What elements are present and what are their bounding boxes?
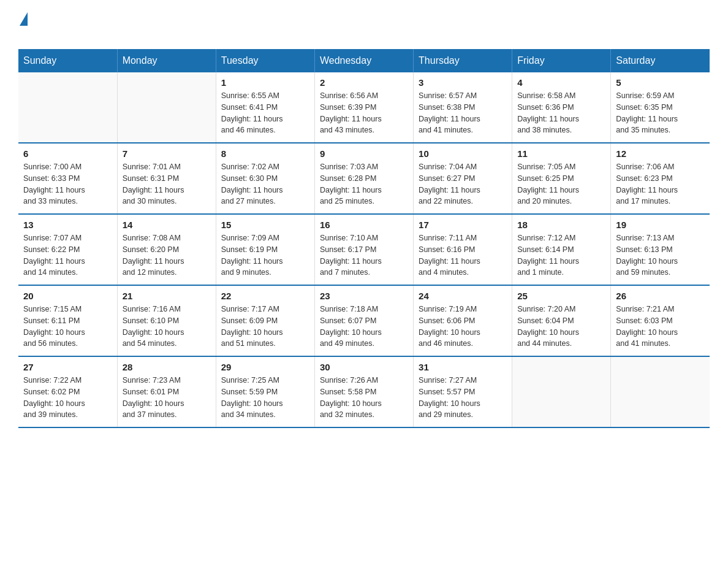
day-info: Sunrise: 7:27 AM Sunset: 5:57 PM Dayligh… — [419, 375, 507, 421]
day-info: Sunrise: 7:17 AM Sunset: 6:09 PM Dayligh… — [221, 304, 309, 350]
day-number: 24 — [419, 291, 507, 301]
calendar-cell — [512, 356, 611, 427]
day-number: 26 — [616, 291, 705, 301]
calendar-cell: 20Sunrise: 7:15 AM Sunset: 6:11 PM Dayli… — [18, 285, 117, 356]
day-info: Sunrise: 7:04 AM Sunset: 6:27 PM Dayligh… — [419, 161, 507, 207]
day-info: Sunrise: 7:11 AM Sunset: 6:16 PM Dayligh… — [419, 232, 507, 278]
calendar-week-row: 13Sunrise: 7:07 AM Sunset: 6:22 PM Dayli… — [18, 214, 710, 285]
day-info: Sunrise: 7:20 AM Sunset: 6:04 PM Dayligh… — [517, 304, 605, 350]
day-number: 15 — [221, 220, 309, 230]
calendar-cell: 3Sunrise: 6:57 AM Sunset: 6:38 PM Daylig… — [414, 72, 512, 143]
day-number: 14 — [123, 220, 211, 230]
day-info: Sunrise: 7:01 AM Sunset: 6:31 PM Dayligh… — [123, 161, 211, 207]
day-info: Sunrise: 7:06 AM Sunset: 6:23 PM Dayligh… — [616, 161, 705, 207]
calendar-week-row: 27Sunrise: 7:22 AM Sunset: 6:02 PM Dayli… — [18, 356, 710, 427]
day-info: Sunrise: 7:21 AM Sunset: 6:03 PM Dayligh… — [616, 304, 705, 350]
day-info: Sunrise: 7:02 AM Sunset: 6:30 PM Dayligh… — [221, 161, 309, 207]
calendar-cell: 24Sunrise: 7:19 AM Sunset: 6:06 PM Dayli… — [414, 285, 512, 356]
day-info: Sunrise: 7:08 AM Sunset: 6:20 PM Dayligh… — [123, 232, 211, 278]
calendar-table: SundayMondayTuesdayWednesdayThursdayFrid… — [18, 49, 710, 428]
day-number: 3 — [419, 77, 507, 88]
day-number: 1 — [221, 77, 309, 88]
day-info: Sunrise: 7:03 AM Sunset: 6:28 PM Dayligh… — [320, 161, 408, 207]
calendar-cell: 22Sunrise: 7:17 AM Sunset: 6:09 PM Dayli… — [216, 285, 314, 356]
calendar-header-row: SundayMondayTuesdayWednesdayThursdayFrid… — [18, 49, 710, 72]
calendar-cell: 4Sunrise: 6:58 AM Sunset: 6:36 PM Daylig… — [512, 72, 611, 143]
day-number: 30 — [320, 362, 408, 372]
day-number: 13 — [23, 220, 112, 230]
calendar-cell — [18, 72, 117, 143]
calendar-cell: 10Sunrise: 7:04 AM Sunset: 6:27 PM Dayli… — [414, 143, 512, 214]
day-info: Sunrise: 6:56 AM Sunset: 6:39 PM Dayligh… — [320, 90, 408, 136]
column-header-thursday: Thursday — [414, 49, 512, 72]
calendar-cell: 13Sunrise: 7:07 AM Sunset: 6:22 PM Dayli… — [18, 214, 117, 285]
day-number: 16 — [320, 220, 408, 230]
calendar-cell: 18Sunrise: 7:12 AM Sunset: 6:14 PM Dayli… — [512, 214, 611, 285]
calendar-cell: 17Sunrise: 7:11 AM Sunset: 6:16 PM Dayli… — [414, 214, 512, 285]
calendar-cell: 31Sunrise: 7:27 AM Sunset: 5:57 PM Dayli… — [414, 356, 512, 427]
day-number: 8 — [221, 148, 309, 159]
day-info: Sunrise: 7:10 AM Sunset: 6:17 PM Dayligh… — [320, 232, 408, 278]
column-header-tuesday: Tuesday — [216, 49, 314, 72]
calendar-cell: 16Sunrise: 7:10 AM Sunset: 6:17 PM Dayli… — [314, 214, 413, 285]
day-number: 9 — [320, 148, 408, 159]
logo-triangle-icon — [20, 12, 28, 26]
day-info: Sunrise: 7:26 AM Sunset: 5:58 PM Dayligh… — [320, 375, 408, 421]
day-info: Sunrise: 7:13 AM Sunset: 6:13 PM Dayligh… — [616, 232, 705, 278]
day-info: Sunrise: 7:09 AM Sunset: 6:19 PM Dayligh… — [221, 232, 309, 278]
day-info: Sunrise: 7:18 AM Sunset: 6:07 PM Dayligh… — [320, 304, 408, 350]
day-info: Sunrise: 7:16 AM Sunset: 6:10 PM Dayligh… — [123, 304, 211, 350]
calendar-week-row: 20Sunrise: 7:15 AM Sunset: 6:11 PM Dayli… — [18, 285, 710, 356]
day-info: Sunrise: 6:57 AM Sunset: 6:38 PM Dayligh… — [419, 90, 507, 136]
day-number: 4 — [517, 77, 605, 88]
day-info: Sunrise: 6:55 AM Sunset: 6:41 PM Dayligh… — [221, 90, 309, 136]
day-number: 23 — [320, 291, 408, 301]
calendar-cell — [117, 72, 216, 143]
column-header-wednesday: Wednesday — [314, 49, 413, 72]
day-number: 20 — [23, 291, 112, 301]
day-number: 25 — [517, 291, 605, 301]
calendar-cell: 30Sunrise: 7:26 AM Sunset: 5:58 PM Dayli… — [314, 356, 413, 427]
column-header-saturday: Saturday — [611, 49, 710, 72]
column-header-monday: Monday — [117, 49, 216, 72]
calendar-week-row: 6Sunrise: 7:00 AM Sunset: 6:33 PM Daylig… — [18, 143, 710, 214]
calendar-cell: 11Sunrise: 7:05 AM Sunset: 6:25 PM Dayli… — [512, 143, 611, 214]
page-header — [18, 12, 710, 43]
day-number: 29 — [221, 362, 309, 372]
day-number: 21 — [123, 291, 211, 301]
calendar-cell: 9Sunrise: 7:03 AM Sunset: 6:28 PM Daylig… — [314, 143, 413, 214]
day-number: 10 — [419, 148, 507, 159]
calendar-cell: 1Sunrise: 6:55 AM Sunset: 6:41 PM Daylig… — [216, 72, 314, 143]
calendar-cell — [611, 356, 710, 427]
day-info: Sunrise: 7:23 AM Sunset: 6:01 PM Dayligh… — [123, 375, 211, 421]
day-info: Sunrise: 6:59 AM Sunset: 6:35 PM Dayligh… — [616, 90, 705, 136]
day-number: 5 — [616, 77, 705, 88]
day-number: 31 — [419, 362, 507, 372]
logo — [18, 12, 28, 43]
day-info: Sunrise: 7:07 AM Sunset: 6:22 PM Dayligh… — [23, 232, 112, 278]
calendar-cell: 23Sunrise: 7:18 AM Sunset: 6:07 PM Dayli… — [314, 285, 413, 356]
column-header-friday: Friday — [512, 49, 611, 72]
calendar-cell: 29Sunrise: 7:25 AM Sunset: 5:59 PM Dayli… — [216, 356, 314, 427]
day-number: 27 — [23, 362, 112, 372]
day-info: Sunrise: 7:00 AM Sunset: 6:33 PM Dayligh… — [23, 161, 112, 207]
day-number: 2 — [320, 77, 408, 88]
calendar-cell: 27Sunrise: 7:22 AM Sunset: 6:02 PM Dayli… — [18, 356, 117, 427]
day-number: 17 — [419, 220, 507, 230]
day-info: Sunrise: 7:05 AM Sunset: 6:25 PM Dayligh… — [517, 161, 605, 207]
calendar-cell: 6Sunrise: 7:00 AM Sunset: 6:33 PM Daylig… — [18, 143, 117, 214]
day-number: 12 — [616, 148, 705, 159]
calendar-cell: 14Sunrise: 7:08 AM Sunset: 6:20 PM Dayli… — [117, 214, 216, 285]
day-info: Sunrise: 7:12 AM Sunset: 6:14 PM Dayligh… — [517, 232, 605, 278]
day-info: Sunrise: 7:22 AM Sunset: 6:02 PM Dayligh… — [23, 375, 112, 421]
day-info: Sunrise: 7:15 AM Sunset: 6:11 PM Dayligh… — [23, 304, 112, 350]
day-number: 6 — [23, 148, 112, 159]
calendar-cell: 28Sunrise: 7:23 AM Sunset: 6:01 PM Dayli… — [117, 356, 216, 427]
calendar-cell: 2Sunrise: 6:56 AM Sunset: 6:39 PM Daylig… — [314, 72, 413, 143]
calendar-cell: 7Sunrise: 7:01 AM Sunset: 6:31 PM Daylig… — [117, 143, 216, 214]
calendar-cell: 25Sunrise: 7:20 AM Sunset: 6:04 PM Dayli… — [512, 285, 611, 356]
calendar-cell: 21Sunrise: 7:16 AM Sunset: 6:10 PM Dayli… — [117, 285, 216, 356]
calendar-cell: 15Sunrise: 7:09 AM Sunset: 6:19 PM Dayli… — [216, 214, 314, 285]
calendar-cell: 26Sunrise: 7:21 AM Sunset: 6:03 PM Dayli… — [611, 285, 710, 356]
day-number: 19 — [616, 220, 705, 230]
